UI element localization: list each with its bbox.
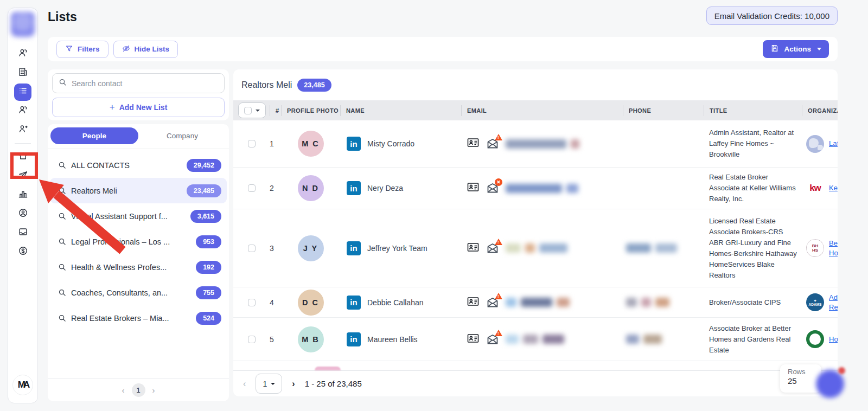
linkedin-icon[interactable]: in — [347, 181, 361, 195]
linkedin-icon[interactable]: in — [347, 296, 361, 310]
email-status-badge: ✕ — [495, 178, 502, 186]
sidebar-item-companies[interactable] — [14, 65, 31, 82]
list-item[interactable]: Health & Wellness Profes...192 — [50, 254, 227, 280]
list-item[interactable]: ALL CONTACTS29,452 — [50, 152, 227, 178]
hide-lists-button[interactable]: Hide Lists — [113, 41, 178, 58]
next-page-icon[interactable]: › — [152, 386, 155, 395]
redacted-email — [506, 139, 579, 149]
email-status-icon[interactable] — [486, 242, 499, 255]
rows-label: Rows — [788, 368, 821, 376]
list-item[interactable]: Coaches, Consultants, an...755 — [50, 280, 227, 305]
row-checkbox[interactable] — [248, 184, 256, 192]
select-all-control[interactable] — [238, 102, 266, 118]
next-page-icon[interactable]: › — [292, 379, 295, 389]
row-checkbox[interactable] — [248, 299, 256, 306]
email-status-icon[interactable] — [486, 296, 499, 309]
contact-name[interactable]: Misty Corrado — [367, 139, 414, 148]
table-pagination: ‹ 1 › 1 - 25 of 23,485 — [233, 370, 838, 396]
organization-logo — [806, 330, 824, 348]
filters-button[interactable]: Filters — [56, 41, 108, 58]
people-icon — [18, 105, 28, 117]
sidebar-item-lists[interactable] — [14, 84, 31, 101]
row-index: 5 — [270, 335, 281, 344]
row-index: 3 — [270, 244, 281, 253]
sidebar-item-send[interactable] — [14, 167, 31, 184]
search-icon — [59, 78, 67, 88]
contact-title: Licensed Real Estate Associate Brokers-C… — [704, 211, 802, 285]
contact-name[interactable]: Debbie Callahan — [367, 298, 424, 307]
toolbar: Filters Hide Lists Actions — [48, 37, 838, 61]
sidebar-item-people[interactable] — [14, 102, 31, 120]
search-contact-input[interactable] — [72, 79, 218, 88]
chat-widget-button[interactable] — [816, 370, 844, 398]
table-body: 1 M C in Misty Corrado Admin Assistant, … — [233, 120, 838, 370]
avatar: D C — [298, 290, 324, 316]
row-checkbox[interactable] — [248, 336, 256, 343]
dollar-icon — [18, 246, 28, 258]
list-item-count-badge: 524 — [196, 312, 221, 325]
lists-pagination: ‹ 1 › — [48, 378, 229, 401]
chevron-down-icon — [271, 383, 275, 385]
contact-card-icon[interactable] — [467, 136, 480, 151]
email-status-icon[interactable] — [486, 333, 499, 346]
page-number[interactable]: 1 — [132, 383, 145, 397]
organization-link[interactable]: AdRe — [829, 293, 838, 312]
list-item-label: Health & Wellness Profes... — [71, 263, 167, 272]
list-item-count-badge: 953 — [196, 235, 221, 248]
sidebar-item-home[interactable] — [14, 148, 31, 165]
list-item[interactable]: Virtual Assistant Support f...3,615 — [50, 203, 227, 229]
contact-name[interactable]: Nery Deza — [367, 184, 403, 192]
sidebar-item-account[interactable] — [14, 205, 31, 222]
search-icon — [58, 187, 66, 195]
contact-name[interactable]: Maureen Bellis — [367, 335, 418, 344]
sidebar-item-add-person[interactable] — [14, 121, 31, 139]
col-profile-photo: PROFILE PHOTO — [281, 105, 340, 116]
row-checkbox[interactable] — [248, 245, 256, 252]
tab-people[interactable]: People — [50, 127, 138, 144]
list-item[interactable]: Real Estate Brokers – Mia...524 — [50, 305, 227, 331]
contact-card-icon[interactable] — [467, 332, 480, 347]
sidebar-item-contacts[interactable] — [14, 46, 31, 63]
linkedin-icon[interactable]: in — [347, 241, 361, 255]
list-item[interactable]: Legal Professionals – Los ...953 — [50, 229, 227, 254]
organization-link[interactable]: BeHo — [829, 239, 838, 258]
contact-name[interactable]: Jeffrey York Team — [367, 244, 427, 253]
email-status-icon[interactable] — [486, 137, 499, 150]
organization-link[interactable]: Ho — [829, 335, 838, 344]
bar-chart-icon — [18, 189, 28, 201]
rows-per-page-control[interactable]: Rows 25 — [780, 364, 821, 393]
chevron-down-icon — [817, 48, 821, 50]
organization-logo: BHHS — [806, 239, 824, 257]
prev-page-icon[interactable]: ‹ — [243, 379, 246, 389]
email-status-badge — [495, 330, 502, 336]
prev-page-icon[interactable]: ‹ — [122, 386, 125, 395]
contacts-table-card: Realtors Meli 23,485 # PROFILE PHOTO NAM… — [233, 69, 838, 396]
email-status-badge — [495, 293, 502, 299]
contact-card-icon[interactable] — [467, 241, 480, 256]
redacted-phone — [626, 298, 669, 307]
linkedin-icon[interactable]: in — [347, 332, 361, 346]
sidebar-item-analytics[interactable] — [14, 186, 31, 203]
contact-card-icon[interactable] — [467, 181, 480, 196]
email-status-icon[interactable]: ✕ — [486, 182, 499, 195]
linkedin-icon[interactable]: in — [347, 137, 361, 151]
sidebar-item-inbox[interactable] — [14, 224, 31, 241]
table-row: 4 D C in Debbie Callahan Broker/Associat… — [233, 287, 838, 318]
sidebar-item-billing[interactable] — [14, 243, 31, 260]
building-icon — [18, 67, 28, 79]
actions-button[interactable]: Actions — [763, 40, 829, 58]
row-checkbox[interactable] — [248, 140, 256, 147]
organization-link[interactable]: Ke — [829, 183, 838, 193]
list-item-label: Real Estate Brokers – Mia... — [71, 314, 169, 323]
redacted-email — [506, 298, 570, 307]
list-item[interactable]: Realtors Meli23,485 — [50, 178, 227, 203]
search-icon — [58, 288, 66, 297]
tab-company[interactable]: Company — [138, 127, 226, 144]
contact-card-icon[interactable] — [467, 295, 480, 310]
select-all-checkbox[interactable] — [244, 107, 252, 114]
list-item-count-badge: 29,452 — [187, 159, 221, 172]
organization-link[interactable]: Laf — [829, 139, 838, 149]
page-select[interactable]: 1 — [256, 374, 282, 394]
add-new-list-button[interactable]: + Add New List — [52, 98, 225, 117]
search-icon — [58, 263, 66, 271]
